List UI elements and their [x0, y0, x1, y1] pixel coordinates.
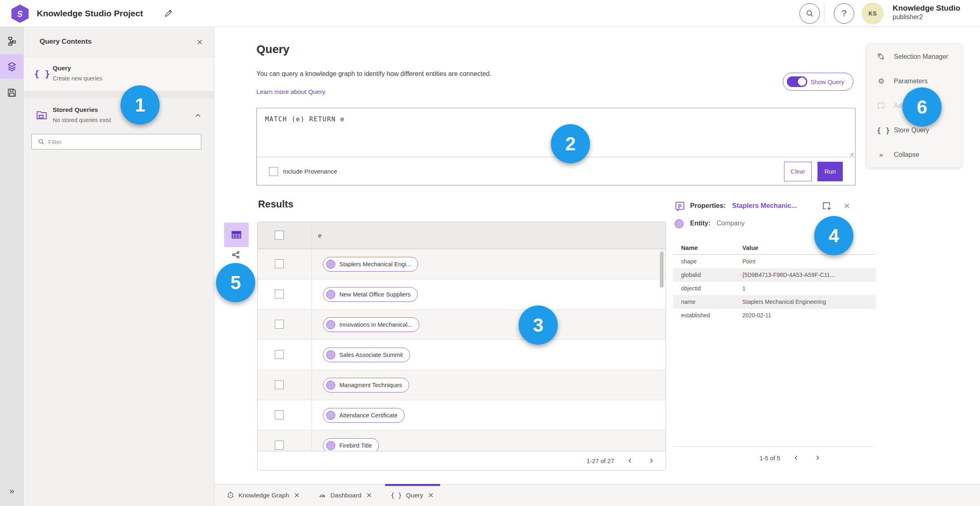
- entity-pill[interactable]: Sales Associate Summit: [323, 348, 410, 362]
- table-row[interactable]: Firebird Title: [258, 430, 666, 452]
- property-name: objectid: [681, 285, 701, 292]
- results-rows: Staplers Mechanical Engi... New Metal Of…: [258, 249, 666, 452]
- entity-pill[interactable]: New Metal Office Suppliers: [323, 287, 418, 302]
- braces-icon: { }: [877, 126, 886, 135]
- selection-manager-icon: [877, 52, 886, 61]
- link-chart-view-button[interactable]: [229, 248, 243, 261]
- show-query-toggle[interactable]: Show Query: [783, 73, 853, 91]
- entity-pill[interactable]: Innovations in Mechanical...: [323, 317, 419, 332]
- property-value: 1: [742, 285, 746, 292]
- close-panel-icon[interactable]: [194, 37, 205, 47]
- entity-label: Entity:: [690, 220, 710, 227]
- user-name: Knowledge Studio: [893, 4, 960, 13]
- properties-header: Properties: Staplers Mechanic...: [673, 200, 876, 215]
- property-row: name Staplers Mechanical Engineering: [673, 295, 876, 309]
- properties-previous-page-button[interactable]: [791, 453, 802, 463]
- next-page-button[interactable]: [646, 455, 657, 466]
- table-view-button[interactable]: [224, 223, 249, 247]
- filter-input[interactable]: [48, 138, 197, 145]
- property-name: established: [681, 312, 710, 319]
- expand-panel-icon[interactable]: »: [0, 482, 24, 500]
- stored-queries-item[interactable]: Stored Queries No stored queries exist: [24, 98, 214, 135]
- table-row[interactable]: Sales Associate Summit: [258, 340, 666, 370]
- entity-pill-label: Managment Techniques: [339, 382, 402, 388]
- table-row[interactable]: Attendance Certificate: [258, 400, 666, 430]
- properties-table: Name Value shape Point globalid {5D9B471…: [673, 241, 876, 322]
- close-tab-icon[interactable]: [365, 492, 373, 499]
- search-button[interactable]: [800, 3, 820, 24]
- menu-item-selection-manager[interactable]: Selection Manager: [867, 45, 962, 69]
- active-tab-indicator: [385, 484, 440, 486]
- menu-item-collapse[interactable]: » Collapse: [867, 143, 962, 167]
- query-list-item[interactable]: { } Query Create new queries: [24, 57, 214, 91]
- query-description: You can query a knowledge graph to ident…: [256, 70, 492, 78]
- collapse-section-chevron-icon[interactable]: [194, 111, 203, 120]
- properties-next-page-button[interactable]: [812, 453, 823, 463]
- tab-query[interactable]: { } Query: [385, 484, 440, 506]
- stored-queries-folder-icon: [36, 109, 48, 121]
- property-row: shape Point: [673, 255, 876, 268]
- select-all-checkbox[interactable]: [275, 231, 284, 240]
- entity-dot-icon: [326, 411, 335, 420]
- query-item-subtitle: Create new queries: [53, 75, 102, 82]
- row-checkbox[interactable]: [275, 290, 284, 299]
- resize-handle[interactable]: [848, 151, 854, 156]
- entity-pill-label: Sales Associate Summit: [339, 352, 403, 358]
- row-checkbox[interactable]: [275, 410, 284, 419]
- include-provenance-checkbox[interactable]: [269, 167, 278, 176]
- menu-item-label: Store Query: [894, 127, 929, 134]
- entity-dot-icon: [326, 260, 335, 269]
- annotation-1: 1: [120, 85, 160, 125]
- property-row: established 2020-02-11: [673, 309, 876, 322]
- tab-dashboard[interactable]: Dashboard: [313, 484, 379, 506]
- sidebar-item-query-layers[interactable]: [0, 54, 24, 79]
- gear-icon: ⚙: [877, 77, 886, 86]
- row-checkbox[interactable]: [275, 441, 284, 450]
- entity-pill[interactable]: Attendance Certificate: [323, 408, 405, 423]
- close-tab-icon[interactable]: [427, 492, 434, 499]
- row-checkbox[interactable]: [275, 259, 284, 268]
- user-info[interactable]: Knowledge Studio publisher2: [893, 4, 960, 21]
- tab-label: Query: [406, 492, 423, 499]
- results-table-header: e: [258, 222, 666, 249]
- row-checkbox[interactable]: [275, 380, 284, 389]
- run-button[interactable]: Run: [817, 162, 843, 181]
- edit-title-icon[interactable]: [163, 9, 173, 18]
- table-row[interactable]: Managment Techniques: [258, 370, 666, 400]
- user-role: publisher2: [893, 13, 960, 21]
- entity-dot-icon: [326, 381, 335, 390]
- help-button[interactable]: ?: [834, 3, 854, 24]
- column-divider: [312, 222, 312, 451]
- toggle-knob: [798, 78, 806, 86]
- table-scrollbar[interactable]: [660, 252, 664, 288]
- add-to-map-icon[interactable]: [822, 201, 832, 212]
- properties-page-range: 1-5 of 5: [760, 455, 780, 461]
- sidebar-item-link-chart[interactable]: [0, 29, 24, 53]
- results-table: e Staplers Mechanical Engi... New Metal …: [257, 222, 666, 470]
- previous-page-button[interactable]: [625, 455, 635, 466]
- entity-pill[interactable]: Staplers Mechanical Engi...: [323, 257, 418, 272]
- selected-entity-link[interactable]: Staplers Mechanic...: [732, 202, 797, 210]
- table-row[interactable]: Staplers Mechanical Engi...: [258, 249, 666, 279]
- annotation-5: 5: [216, 263, 255, 302]
- braces-icon: { }: [391, 492, 402, 499]
- property-row: globalid {5D9B4713-F98D-4A53-A59F-C11...: [673, 268, 876, 282]
- close-properties-icon[interactable]: [842, 201, 852, 211]
- tab-knowledge-graph[interactable]: Knowledge Graph: [221, 484, 306, 506]
- table-row[interactable]: Innovations in Mechanical...: [258, 310, 666, 340]
- properties-label: Properties:: [690, 202, 726, 210]
- clear-button[interactable]: Clear: [784, 162, 812, 181]
- learn-more-link[interactable]: Learn more about Query: [256, 88, 325, 96]
- entity-pill[interactable]: Firebird Title: [323, 438, 379, 452]
- close-tab-icon[interactable]: [293, 492, 301, 499]
- entity-dot-icon: [326, 350, 335, 359]
- table-row[interactable]: New Metal Office Suppliers: [258, 279, 666, 310]
- entity-pill-label: Attendance Certificate: [339, 412, 398, 419]
- user-avatar[interactable]: KS: [862, 2, 884, 25]
- row-checkbox[interactable]: [275, 350, 284, 359]
- entity-pill[interactable]: Managment Techniques: [323, 378, 409, 392]
- sidebar-item-save[interactable]: [0, 81, 24, 105]
- row-checkbox[interactable]: [275, 320, 284, 329]
- collapse-chevrons-icon: »: [877, 151, 886, 159]
- properties-pagination-divider: [673, 446, 874, 447]
